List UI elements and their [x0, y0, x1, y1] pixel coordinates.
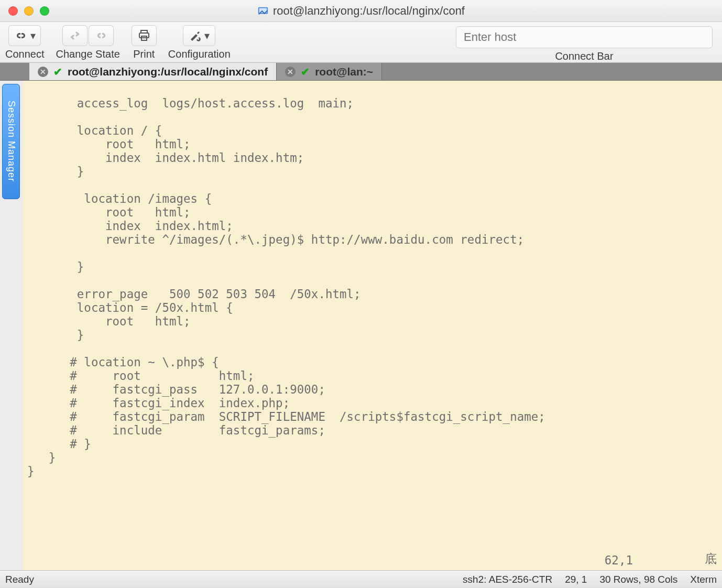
vim-scroll-indicator: 底 — [705, 551, 717, 567]
connect-label: Connect — [5, 48, 45, 60]
status-left: Ready — [5, 574, 34, 585]
session-tabs: ✕ ✔ root@lanzhiyong:/usr/local/nginx/con… — [0, 63, 722, 81]
session-manager-tab[interactable]: Session Manager — [2, 84, 20, 199]
window-title: root@lanzhiyong:/usr/local/nginx/conf — [273, 4, 465, 18]
svg-rect-0 — [258, 7, 268, 14]
status-bar: Ready ssh2: AES-256-CTR 29, 1 30 Rows, 9… — [0, 570, 722, 588]
host-input[interactable] — [456, 26, 713, 48]
change-state-group: Change State — [56, 25, 120, 60]
zoom-window-button[interactable] — [40, 6, 49, 16]
tab-session-2[interactable]: ✕ ✔ root@lan:~ — [277, 63, 382, 80]
status-cursor: 29, 1 — [565, 574, 587, 585]
status-ssh: ssh2: AES-256-CTR — [463, 574, 552, 585]
close-window-button[interactable] — [8, 6, 18, 16]
check-icon: ✔ — [53, 66, 62, 78]
printer-icon — [138, 30, 150, 41]
terminal-view[interactable]: access_log logs/host.access.log main; lo… — [23, 81, 722, 570]
check-icon: ✔ — [301, 66, 310, 78]
window-controls — [8, 6, 49, 16]
disconnect-button[interactable] — [89, 25, 114, 46]
status-termtype: Xterm — [690, 574, 717, 585]
close-icon[interactable]: ✕ — [38, 67, 48, 77]
configuration-label: Configuration — [168, 48, 231, 60]
titlebar: root@lanzhiyong:/usr/local/nginx/conf — [0, 0, 722, 22]
close-icon[interactable]: ✕ — [285, 67, 296, 77]
configuration-group: ▾ Configuration — [168, 25, 231, 60]
session-manager-label: Session Manager — [6, 101, 17, 182]
tab-label: root@lanzhiyong:/usr/local/nginx/conf — [68, 66, 268, 78]
print-button[interactable] — [132, 25, 157, 46]
tools-icon — [189, 30, 201, 41]
tab-session-1[interactable]: ✕ ✔ root@lanzhiyong:/usr/local/nginx/con… — [29, 63, 277, 80]
tab-label: root@lan:~ — [315, 66, 373, 78]
link-icon — [14, 30, 27, 41]
reconnect-icon — [69, 30, 81, 41]
status-right: ssh2: AES-256-CTR 29, 1 30 Rows, 98 Cols… — [463, 574, 717, 585]
connect-group: ▾ Connect — [5, 25, 45, 60]
broken-link-icon — [95, 30, 107, 41]
print-group: Print — [132, 25, 157, 60]
terminal-content: access_log logs/host.access.log main; lo… — [23, 81, 722, 478]
connect-button[interactable]: ▾ — [8, 25, 41, 46]
chevron-down-icon: ▾ — [30, 29, 36, 42]
status-size: 30 Rows, 98 Cols — [599, 574, 677, 585]
app-icon — [257, 5, 269, 17]
print-label: Print — [133, 48, 155, 60]
svg-rect-1 — [259, 8, 267, 13]
chevron-down-icon: ▾ — [204, 29, 210, 42]
svg-rect-3 — [139, 33, 149, 38]
configuration-button[interactable]: ▾ — [183, 25, 215, 46]
reconnect-button[interactable] — [62, 25, 87, 46]
minimize-window-button[interactable] — [24, 6, 34, 16]
toolbar: ▾ Connect Change State — [0, 22, 722, 63]
vim-cursor-position: 62,1 — [605, 553, 633, 567]
window-title-wrap: root@lanzhiyong:/usr/local/nginx/conf — [0, 4, 722, 18]
change-state-label: Change State — [56, 48, 120, 60]
connect-bar-label: Connect Bar — [456, 50, 713, 62]
